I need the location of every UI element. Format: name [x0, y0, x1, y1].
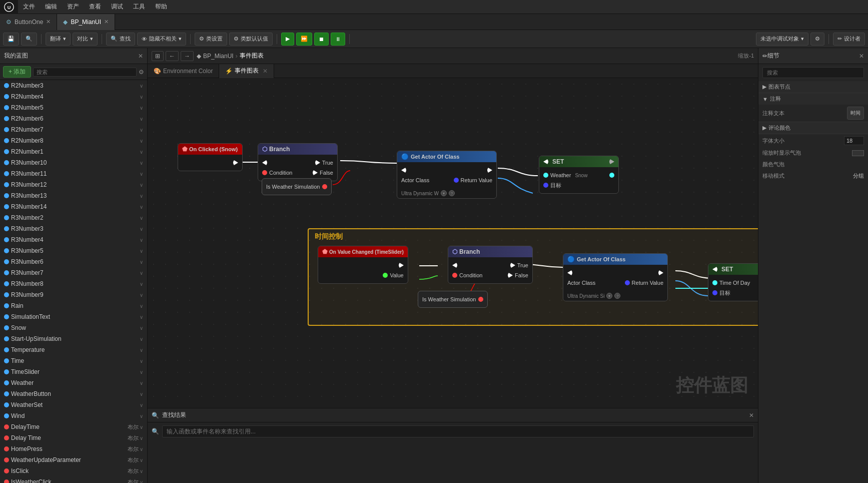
var-expand-icon[interactable]: ∨	[140, 105, 143, 111]
var-expand-icon[interactable]: ∨	[140, 160, 143, 166]
var-expand-icon[interactable]: ∨	[140, 369, 143, 375]
variable-item[interactable]: IsClick布尔∨	[0, 465, 147, 476]
design-button[interactable]: ✏ 设计者	[833, 33, 865, 46]
var-expand-icon[interactable]: ∨	[140, 127, 143, 133]
variable-item[interactable]: R3Number2∨	[0, 212, 147, 223]
play-button[interactable]: ▶	[281, 33, 294, 46]
menu-asset[interactable]: 资产	[62, 0, 84, 14]
variable-item[interactable]: Wind∨	[0, 410, 147, 421]
var-expand-icon[interactable]: ∨	[140, 391, 143, 397]
variable-item[interactable]: Temperature∨	[0, 344, 147, 355]
var-expand-icon[interactable]: ∨	[140, 336, 143, 342]
nav-home-button[interactable]: ⊞	[152, 51, 164, 61]
var-expand-icon[interactable]: ∨	[140, 303, 143, 309]
branch1-true-out[interactable]	[315, 160, 320, 166]
tab-buttonone[interactable]: ⚙ ButtonOne ✕	[0, 14, 57, 30]
right-panel-search-input[interactable]	[762, 67, 864, 78]
right-panel-close[interactable]: ✕	[859, 53, 864, 60]
event-graph-close[interactable]: ✕	[263, 68, 268, 75]
var-expand-icon[interactable]: ∨	[140, 248, 143, 254]
rp-comment-color-header[interactable]: ▶ 评论颜色	[758, 122, 868, 134]
variable-item[interactable]: R3Number7∨	[0, 267, 147, 278]
rp-time-button[interactable]: 时间	[847, 107, 864, 120]
bottom-panel-close[interactable]: ✕	[749, 412, 754, 419]
branch1-exec-in[interactable]	[262, 160, 267, 166]
rp-annotation-header[interactable]: ▼ 注释	[758, 93, 868, 105]
variable-item[interactable]: TimeSlider∨	[0, 366, 147, 377]
variable-item[interactable]: R2Number6∨	[0, 113, 147, 124]
var-expand-icon[interactable]: ∨	[140, 380, 143, 386]
branch2-condition-pin[interactable]	[452, 273, 457, 278]
set2-target-pin[interactable]	[712, 290, 717, 295]
stop-button[interactable]: ⏹	[314, 33, 329, 46]
get-actor1-exec-in[interactable]	[401, 167, 406, 173]
set1-weather-pin[interactable]	[543, 173, 548, 178]
find-button[interactable]: 🔍 查找	[106, 33, 135, 46]
set1-snow-pin-right[interactable]	[609, 173, 614, 178]
variable-item[interactable]: Time∨	[0, 355, 147, 366]
variable-item[interactable]: R3Number9∨	[0, 289, 147, 300]
menu-debug[interactable]: 调试	[106, 0, 128, 14]
hide-button[interactable]: 👁 隐藏不相关 ▾	[137, 33, 186, 46]
var-expand-icon[interactable]: ∨	[140, 457, 143, 463]
var-expand-icon[interactable]: ∨	[140, 314, 143, 320]
variable-item[interactable]: WeatherSet∨	[0, 399, 147, 410]
var-expand-icon[interactable]: ∨	[140, 347, 143, 353]
var-expand-icon[interactable]: ∨	[140, 215, 143, 221]
set1-exec-out[interactable]	[609, 159, 614, 165]
variable-item[interactable]: Delay Time布尔∨	[0, 432, 147, 443]
blueprint-canvas[interactable]: ⬟ On Clicked (Snow) ⬡ Branch	[148, 78, 758, 408]
menu-view[interactable]: 查看	[84, 0, 106, 14]
nav-forward-button[interactable]: →	[181, 51, 194, 61]
debug-options-button[interactable]: ⚙	[810, 33, 824, 46]
var-expand-icon[interactable]: ∨	[140, 292, 143, 298]
set1-exec-in[interactable]	[543, 159, 548, 165]
variable-item[interactable]: Weather∨	[0, 377, 147, 388]
get-actor1-info-icon[interactable]: ?	[449, 190, 455, 196]
var-expand-icon[interactable]: ∨	[140, 171, 143, 177]
set2-tod-pin[interactable]	[712, 280, 717, 285]
variable-item[interactable]: R2Number4∨	[0, 91, 147, 102]
var-expand-icon[interactable]: ∨	[140, 435, 143, 441]
var-expand-icon[interactable]: ∨	[140, 479, 143, 484]
get-actor2-exec-out[interactable]	[658, 270, 663, 276]
tab-close-buttonone[interactable]: ✕	[46, 19, 51, 25]
is-weather-sim2-out-pin[interactable]	[478, 297, 483, 302]
variable-settings-icon[interactable]: ⚙	[139, 69, 144, 76]
var-expand-icon[interactable]: ∨	[140, 116, 143, 122]
var-expand-icon[interactable]: ∨	[140, 138, 143, 144]
variable-item[interactable]: R2Number1∨	[0, 146, 147, 157]
var-expand-icon[interactable]: ∨	[140, 358, 143, 364]
variable-item[interactable]: WeatherButton∨	[0, 388, 147, 399]
menu-tools[interactable]: 工具	[128, 0, 150, 14]
find-in-content-button[interactable]: 🔍	[21, 33, 37, 46]
var-expand-icon[interactable]: ∨	[140, 413, 143, 419]
save-button[interactable]: 💾	[3, 33, 19, 46]
tab-bpmianui[interactable]: ◆ BP_MianUI ✕	[57, 14, 115, 30]
var-expand-icon[interactable]: ∨	[140, 446, 143, 452]
variable-item[interactable]: R3Number8∨	[0, 278, 147, 289]
nav-back-button[interactable]: ←	[166, 51, 179, 61]
menu-help[interactable]: 帮助	[150, 0, 172, 14]
variable-item[interactable]: Snow∨	[0, 322, 147, 333]
debug-target-dropdown[interactable]: 未选中调试对象 ▾	[756, 33, 808, 46]
variable-item[interactable]: R3Number12∨	[0, 179, 147, 190]
canvas-tab-env-color[interactable]: 🎨 Environment Color	[148, 64, 219, 78]
set1-target-pin[interactable]	[543, 183, 548, 188]
get-actor2-info-icon[interactable]: ?	[614, 293, 620, 299]
var-expand-icon[interactable]: ∨	[140, 226, 143, 232]
on-value-value-pin[interactable]	[383, 273, 388, 278]
variable-item[interactable]: WeatherUpdateParameter布尔∨	[0, 454, 147, 465]
var-expand-icon[interactable]: ∨	[140, 193, 143, 199]
var-expand-icon[interactable]: ∨	[140, 424, 143, 430]
var-expand-icon[interactable]: ∨	[140, 270, 143, 276]
menu-edit[interactable]: 编辑	[40, 0, 62, 14]
left-panel-close[interactable]: ✕	[138, 53, 143, 60]
get-actor2-exec-in[interactable]	[567, 270, 572, 276]
variable-item[interactable]: SimulationText∨	[0, 311, 147, 322]
var-expand-icon[interactable]: ∨	[140, 149, 143, 155]
bottom-search-input[interactable]	[162, 425, 754, 437]
variable-item[interactable]: R2Number5∨	[0, 102, 147, 113]
variable-item[interactable]: R3Number3∨	[0, 223, 147, 234]
on-clicked-exec-out-pin[interactable]	[233, 160, 238, 166]
